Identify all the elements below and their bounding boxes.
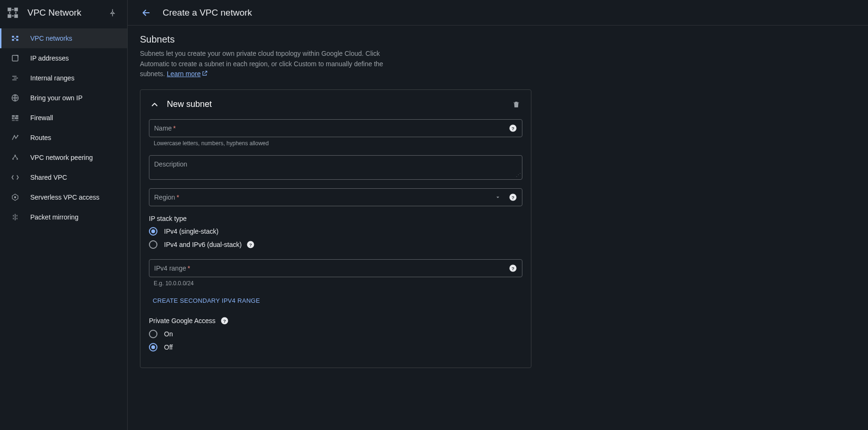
- nav-packet-mirroring[interactable]: Packet mirroring: [0, 207, 127, 227]
- sidebar-header: VPC Network: [0, 0, 127, 26]
- help-icon[interactable]: ?: [246, 240, 255, 249]
- region-field: Region* ?: [149, 188, 522, 206]
- help-icon[interactable]: ?: [220, 316, 229, 325]
- pga-label: Private Google Access ?: [149, 316, 522, 325]
- pin-icon[interactable]: [105, 6, 120, 20]
- svg-rect-2: [8, 14, 11, 18]
- nav-label: Routes: [30, 134, 51, 141]
- serverless-icon: [10, 193, 20, 202]
- svg-rect-31: [13, 215, 14, 217]
- svg-text:?: ?: [512, 265, 514, 271]
- description-field: Description ⋰: [149, 155, 522, 180]
- nav-label: IP addresses: [30, 54, 69, 62]
- ip-stack-label: IP stack type: [149, 215, 522, 222]
- name-hint: Lowercase letters, numbers, hyphens allo…: [149, 140, 522, 147]
- mirror-icon: [10, 212, 20, 222]
- name-field: Name* ? Lowercase letters, numbers, hyph…: [149, 119, 522, 147]
- required-asterisk: *: [188, 264, 190, 272]
- private-google-access-group: Private Google Access ? On Off: [149, 316, 522, 351]
- nav-serverless[interactable]: Serverless VPC access: [0, 187, 127, 207]
- name-input-row[interactable]: Name* ?: [149, 119, 522, 137]
- dropdown-arrow-icon: [495, 194, 501, 201]
- subnets-title: Subnets: [140, 34, 531, 45]
- svg-rect-21: [15, 117, 18, 119]
- svg-rect-23: [16, 120, 18, 121]
- nav-label: Shared VPC: [30, 174, 67, 181]
- region-select[interactable]: Region* ?: [149, 188, 522, 206]
- svg-rect-18: [12, 115, 15, 117]
- help-icon[interactable]: ?: [509, 124, 517, 132]
- ranges-icon: [10, 73, 20, 83]
- svg-rect-0: [8, 8, 11, 11]
- nav-byoip[interactable]: Bring your own IP: [0, 88, 127, 108]
- back-arrow-icon[interactable]: [139, 6, 153, 20]
- ipv4-range-input[interactable]: [194, 264, 505, 272]
- radio-ipv4-ipv6-dual[interactable]: IPv4 and IPv6 (dual-stack) ?: [149, 240, 522, 249]
- ip-icon: [10, 53, 20, 63]
- create-secondary-range-button[interactable]: CREATE SECONDARY IPV4 RANGE: [149, 297, 260, 304]
- card-header: New subnet: [149, 98, 522, 111]
- radio-pga-on[interactable]: On: [149, 330, 522, 338]
- radio-icon: [149, 227, 157, 236]
- svg-rect-13: [12, 55, 18, 61]
- svg-point-25: [15, 155, 16, 156]
- trash-icon[interactable]: [510, 98, 522, 111]
- globe-icon: [10, 93, 20, 103]
- nav-label: Firewall: [30, 114, 53, 122]
- nav-peering[interactable]: VPC network peering: [0, 148, 127, 167]
- svg-text:?: ?: [249, 242, 252, 247]
- help-icon[interactable]: ?: [509, 193, 517, 202]
- chevron-up-icon[interactable]: [149, 99, 160, 110]
- svg-rect-12: [14, 38, 17, 39]
- learn-more-link[interactable]: Learn more: [167, 70, 201, 78]
- svg-rect-8: [12, 36, 14, 38]
- nav-label: VPC network peering: [30, 154, 93, 161]
- svg-rect-1: [14, 8, 18, 11]
- svg-rect-14: [12, 76, 17, 77]
- nav-shared-vpc[interactable]: Shared VPC: [0, 167, 127, 187]
- nav-vpc-networks[interactable]: VPC networks: [0, 28, 127, 48]
- svg-rect-32: [13, 218, 14, 219]
- page-title: Create a VPC network: [163, 8, 252, 18]
- sidebar-nav: VPC networks IP addresses Internal range…: [0, 26, 127, 227]
- name-input[interactable]: [180, 124, 505, 132]
- content: Subnets Subnets let you create your own …: [128, 26, 544, 377]
- topbar: Create a VPC network: [128, 0, 868, 26]
- nav-internal-ranges[interactable]: Internal ranges: [0, 68, 127, 88]
- nav-ip-addresses[interactable]: IP addresses: [0, 48, 127, 68]
- routes-icon: [10, 133, 20, 142]
- svg-point-27: [17, 158, 18, 160]
- help-icon[interactable]: ?: [509, 264, 517, 272]
- svg-rect-20: [12, 117, 14, 119]
- nav-label: VPC networks: [30, 35, 72, 42]
- nav-label: Serverless VPC access: [30, 193, 99, 201]
- svg-rect-30: [15, 214, 16, 220]
- vpc-logo-icon: [7, 7, 19, 19]
- firewall-icon: [10, 113, 20, 123]
- svg-text:?: ?: [512, 125, 514, 131]
- new-subnet-card: New subnet Name* ? Lowercase letters, nu…: [140, 89, 531, 368]
- radio-icon: [149, 343, 157, 351]
- ipv4-range-field: IPv4 range* ? E.g. 10.0.0.0/24: [149, 259, 522, 287]
- radio-icon: [149, 240, 157, 249]
- description-textarea[interactable]: Description ⋰: [149, 155, 522, 180]
- required-asterisk: *: [176, 193, 179, 201]
- nav-firewall[interactable]: Firewall: [0, 108, 127, 128]
- nav-label: Packet mirroring: [30, 213, 78, 221]
- svg-rect-3: [14, 14, 18, 18]
- svg-text:?: ?: [223, 318, 226, 323]
- svg-rect-6: [9, 12, 10, 14]
- svg-rect-19: [16, 115, 18, 117]
- shared-icon: [10, 173, 20, 182]
- network-icon: [10, 34, 20, 43]
- radio-ipv4-single[interactable]: IPv4 (single-stack): [149, 227, 522, 236]
- nav-label: Internal ranges: [30, 74, 74, 82]
- svg-rect-34: [17, 218, 17, 219]
- ipv4-range-input-row[interactable]: IPv4 range* ?: [149, 259, 522, 277]
- subnets-description: Subnets let you create your own private …: [140, 49, 395, 80]
- sidebar: VPC Network VPC networks IP addresses In…: [0, 0, 128, 430]
- svg-rect-11: [16, 39, 18, 41]
- svg-rect-9: [16, 36, 18, 38]
- radio-pga-off[interactable]: Off: [149, 343, 522, 351]
- nav-routes[interactable]: Routes: [0, 128, 127, 148]
